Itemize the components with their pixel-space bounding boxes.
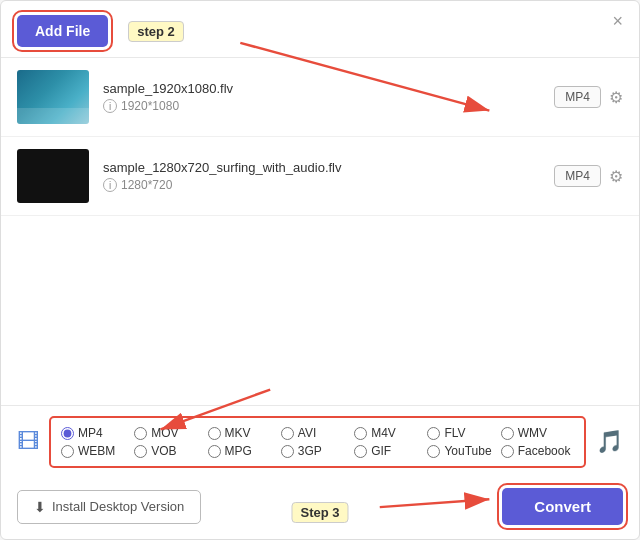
install-button[interactable]: ⬇ Install Desktop Version <box>17 490 201 524</box>
settings-icon-1[interactable]: ⚙ <box>609 88 623 107</box>
film-icon: 🎞 <box>17 429 39 455</box>
format-section: 🎞 MP4MOVMKVAVIM4VFLVWMVWEBMVOBMPG3GPGIFY… <box>1 405 639 478</box>
format-option-wmv[interactable]: WMV <box>501 426 574 440</box>
format-selector-wrapper: 🎞 MP4MOVMKVAVIM4VFLVWMVWEBMVOBMPG3GPGIFY… <box>17 416 623 468</box>
format-option-flv[interactable]: FLV <box>427 426 500 440</box>
format-option-vob[interactable]: VOB <box>134 444 207 458</box>
top-bar: Add File step 2 <box>1 1 639 58</box>
file-thumbnail-2 <box>17 149 89 203</box>
file-info-1: sample_1920x1080.flv i 1920*1080 <box>103 81 540 113</box>
install-label: Install Desktop Version <box>52 499 184 514</box>
file-info-2: sample_1280x720_surfing_with_audio.flv i… <box>103 160 540 192</box>
format-badge-1[interactable]: MP4 <box>554 86 601 108</box>
format-option-mpg[interactable]: MPG <box>208 444 281 458</box>
step3-label: Step 3 <box>291 502 348 523</box>
format-option-m4v[interactable]: M4V <box>354 426 427 440</box>
info-icon-1: i <box>103 99 117 113</box>
file-actions-1: MP4 ⚙ <box>554 86 623 108</box>
file-thumbnail-1 <box>17 70 89 124</box>
file-dimensions-1: 1920*1080 <box>121 99 179 113</box>
format-option-gif[interactable]: GIF <box>354 444 427 458</box>
settings-icon-2[interactable]: ⚙ <box>609 167 623 186</box>
add-file-button[interactable]: Add File <box>17 15 108 47</box>
music-icon: 🎵 <box>596 429 623 455</box>
format-option-webm[interactable]: WEBM <box>61 444 134 458</box>
file-name-2: sample_1280x720_surfing_with_audio.flv <box>103 160 540 175</box>
file-actions-2: MP4 ⚙ <box>554 165 623 187</box>
file-dimensions-2: 1280*720 <box>121 178 172 192</box>
format-grid: MP4MOVMKVAVIM4VFLVWMVWEBMVOBMPG3GPGIFYou… <box>49 416 586 468</box>
format-option-mkv[interactable]: MKV <box>208 426 281 440</box>
step2-label: step 2 <box>128 21 184 42</box>
file-meta-2: i 1280*720 <box>103 178 540 192</box>
format-option-facebook[interactable]: Facebook <box>501 444 574 458</box>
format-option-mov[interactable]: MOV <box>134 426 207 440</box>
close-button[interactable]: × <box>612 11 623 32</box>
file-meta-1: i 1920*1080 <box>103 99 540 113</box>
file-item-1: sample_1920x1080.flv i 1920*1080 MP4 ⚙ <box>1 58 639 137</box>
format-badge-2[interactable]: MP4 <box>554 165 601 187</box>
download-icon: ⬇ <box>34 499 46 515</box>
file-list: sample_1920x1080.flv i 1920*1080 MP4 ⚙ s… <box>1 58 639 405</box>
footer: ⬇ Install Desktop Version Step 3 Convert <box>1 478 639 539</box>
file-name-1: sample_1920x1080.flv <box>103 81 540 96</box>
file-item-2: sample_1280x720_surfing_with_audio.flv i… <box>1 137 639 216</box>
main-window: × Add File step 2 sample_1920x1080.flv i… <box>0 0 640 540</box>
format-option-avi[interactable]: AVI <box>281 426 354 440</box>
info-icon-2: i <box>103 178 117 192</box>
spacer <box>1 216 639 276</box>
format-option-3gp[interactable]: 3GP <box>281 444 354 458</box>
format-option-mp4[interactable]: MP4 <box>61 426 134 440</box>
convert-button[interactable]: Convert <box>502 488 623 525</box>
format-option-youtube[interactable]: YouTube <box>427 444 500 458</box>
